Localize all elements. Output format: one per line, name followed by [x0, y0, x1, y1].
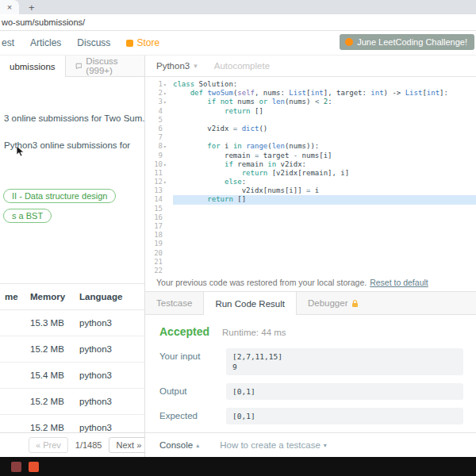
prev-label: Prev	[43, 440, 61, 450]
restore-note: Your previous code was restored from you…	[145, 274, 476, 291]
nav-item-contest[interactable]: est	[2, 37, 14, 48]
left-content: 3 online submissions for Two Sum. Python…	[0, 77, 144, 432]
header-language: Language	[73, 284, 144, 310]
console-toggle[interactable]: Console ▴	[159, 440, 199, 450]
url-text: wo-sum/submissions/	[2, 17, 85, 27]
prev-arrow-icon: «	[36, 440, 40, 450]
left-tabs: ubmissions Discuss (999+)	[0, 56, 144, 77]
output-label: Output	[159, 383, 226, 396]
browser-tabstrip: × +	[0, 0, 476, 14]
code-line[interactable]: return []	[173, 107, 476, 116]
nav-item-discuss[interactable]: Discuss	[77, 37, 110, 48]
fold-arrow-icon[interactable]: ▾	[163, 98, 170, 106]
code-line[interactable]	[173, 258, 476, 267]
line-number: 11	[145, 169, 170, 178]
code-line[interactable]	[173, 116, 476, 125]
code-line[interactable]: return [v2idx[remain], i]	[173, 169, 476, 178]
code-line[interactable]	[173, 240, 476, 248]
table-row[interactable]: 15.2 MBpython3	[0, 415, 144, 433]
code-line[interactable]: def twoSum(self, nums: List[int], target…	[173, 89, 476, 98]
taskbar-app-icon[interactable]	[11, 462, 21, 472]
cell-memory: 15.2 MB	[27, 389, 73, 415]
tab-testcase[interactable]: Testcase	[145, 292, 203, 314]
code-line[interactable]: v2idx[nums[i]] = i	[173, 186, 476, 195]
chevron-down-icon: ▾	[194, 62, 198, 70]
url-bar[interactable]: wo-sum/submissions/	[0, 14, 476, 31]
tab-run-code-result[interactable]: Run Code Result	[203, 292, 297, 315]
table-row[interactable]: 15.2 MBpython3	[0, 336, 144, 363]
howto-testcase-link[interactable]: How to create a testcase ▾	[220, 440, 327, 450]
table-row[interactable]: 15.3 MBpython3	[0, 310, 144, 336]
code-line[interactable]: else:	[173, 178, 476, 186]
tab-close-icon[interactable]: ×	[7, 2, 12, 12]
fold-arrow-icon[interactable]: ▾	[163, 80, 170, 89]
submissions-table: me Memory Language 15.3 MBpython315.2 MB…	[0, 283, 144, 432]
code-line[interactable]	[173, 133, 476, 142]
status-row: Accepted Runtime: 44 ms	[159, 325, 463, 338]
new-tab-button[interactable]: +	[29, 2, 35, 13]
cell-language: python3	[73, 389, 144, 415]
code-line[interactable]: v2idx = dict()	[173, 125, 476, 133]
tab-submissions[interactable]: ubmissions	[0, 56, 66, 77]
input-value[interactable]: [2,7,11,15] 9	[226, 348, 463, 375]
code-line[interactable]: for i in range(len(nums)):	[173, 142, 476, 151]
code-line[interactable]: if not nums or len(nums) < 2:	[173, 98, 476, 106]
code-line[interactable]	[173, 213, 476, 222]
language-select[interactable]: Python3	[156, 61, 190, 71]
browser-app-icon[interactable]	[29, 462, 39, 472]
store-icon	[126, 40, 133, 47]
code-line[interactable]	[173, 267, 476, 274]
code-lines: class Solution: def twoSum(self, nums: L…	[170, 80, 476, 274]
next-label: Next	[116, 440, 134, 450]
leetcode-submissions-page: × + wo-sum/submissions/ est Articles Dis…	[0, 0, 476, 476]
nav-item-articles[interactable]: Articles	[30, 37, 61, 48]
code-line[interactable]: class Solution:	[173, 80, 476, 89]
browser-tab[interactable]: ×	[0, 0, 19, 14]
line-number: 5	[145, 116, 170, 125]
cell-runtime	[0, 363, 27, 389]
related-topic-pill[interactable]: s a BST	[3, 209, 52, 223]
next-arrow-icon: »	[136, 440, 141, 450]
table-row[interactable]: 15.2 MBpython3	[0, 389, 144, 415]
nav-item-store[interactable]: Store	[126, 37, 159, 48]
line-number: 21	[145, 258, 170, 267]
cell-runtime	[0, 310, 27, 336]
store-label: Store	[136, 37, 159, 48]
related-topic-pill[interactable]: II - Data structure design	[3, 189, 116, 203]
code-line[interactable]	[173, 231, 476, 240]
tab-debugger[interactable]: Debugger	[297, 292, 370, 314]
code-line[interactable]	[173, 205, 476, 213]
site-nav: est Articles Discuss Store June LeetCodi…	[0, 31, 476, 56]
code-line[interactable]: if remain in v2idx:	[173, 160, 476, 169]
prev-button[interactable]: « Prev	[29, 437, 68, 453]
output-value: [0,1]	[226, 383, 463, 400]
cell-memory: 15.4 MB	[27, 363, 73, 389]
table-header-row: me Memory Language	[0, 284, 144, 310]
tab-debugger-label: Debugger	[308, 298, 348, 308]
expected-value: [0,1]	[226, 408, 463, 424]
fold-arrow-icon[interactable]: ▾	[163, 142, 170, 151]
pagination: « Prev 1/1485 Next »	[0, 432, 144, 457]
fold-arrow-icon[interactable]: ▾	[163, 178, 170, 186]
io-row-expected: Expected [0,1]	[159, 408, 463, 424]
chevron-up-icon: ▴	[196, 442, 199, 449]
restore-note-text: Your previous code was restored from you…	[156, 278, 367, 287]
next-button[interactable]: Next »	[109, 437, 148, 453]
code-line[interactable]: return []	[173, 195, 476, 204]
fold-arrow-icon[interactable]: ▾	[163, 89, 170, 98]
code-editor[interactable]: 1▾2▾3▾45678▾910▾1112▾1314151617181920212…	[145, 77, 476, 274]
autocomplete-toggle[interactable]: Autocomplete	[214, 61, 270, 71]
tab-discuss[interactable]: Discuss (999+)	[66, 56, 144, 76]
line-number: 2▾	[145, 89, 170, 98]
challenge-badge[interactable]: June LeetCoding Challenge!	[340, 34, 474, 50]
table-row[interactable]: 15.4 MBpython3	[0, 363, 144, 389]
reset-to-default-link[interactable]: Reset to default	[370, 278, 428, 287]
code-line[interactable]: remain = target - nums[i]	[173, 152, 476, 160]
tab-run-result-label: Run Code Result	[215, 299, 285, 309]
beats-text-1: 3 online submissions for Two Sum.	[4, 113, 144, 123]
fold-arrow-icon[interactable]: ▾	[163, 160, 170, 169]
code-line[interactable]	[173, 222, 476, 231]
cell-language: python3	[73, 336, 144, 363]
status-accepted: Accepted	[159, 325, 209, 338]
code-line[interactable]	[173, 249, 476, 258]
